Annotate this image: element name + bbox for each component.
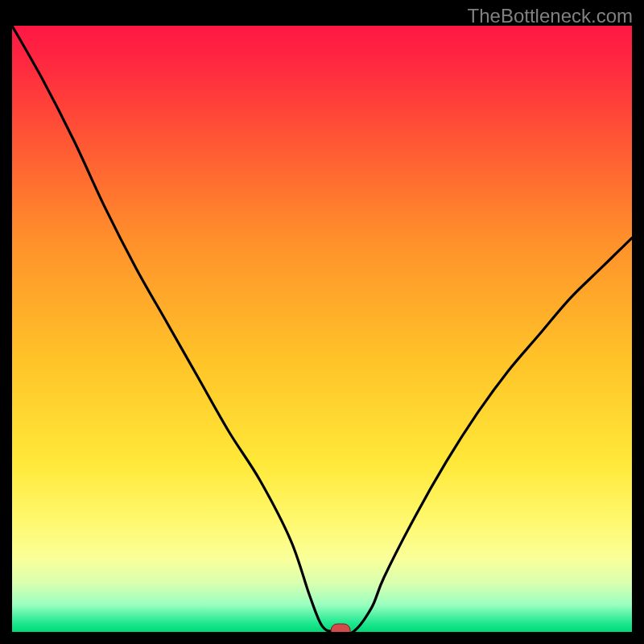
plot-area <box>12 26 632 632</box>
watermark-text: TheBottleneck.com <box>468 5 633 27</box>
chart-svg <box>12 26 632 632</box>
gradient-background <box>12 26 632 632</box>
chart-frame: TheBottleneck.com <box>0 0 644 644</box>
svg-rect-0 <box>331 624 350 632</box>
optimum-marker <box>331 624 350 632</box>
